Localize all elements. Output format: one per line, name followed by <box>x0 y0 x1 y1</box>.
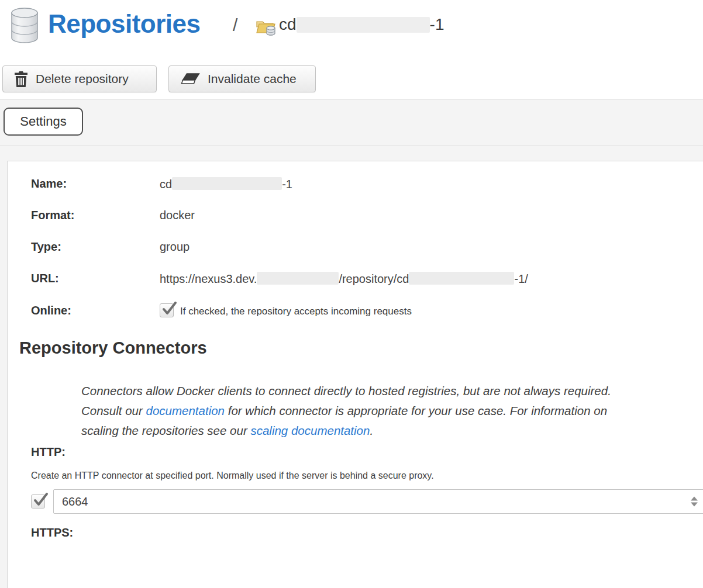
name-value: cd-1 <box>160 177 292 191</box>
connectors-intro-text: Connectors allow Docker clients to conne… <box>81 381 638 441</box>
format-value: docker <box>160 209 195 222</box>
http-enabled-checkbox[interactable] <box>31 494 45 509</box>
documentation-link[interactable]: documentation <box>146 404 225 417</box>
breadcrumb-repo-name: cd-1 <box>279 15 444 34</box>
eraser-icon <box>180 73 200 85</box>
stepper-up-icon[interactable] <box>691 497 698 501</box>
online-checkbox[interactable] <box>160 303 174 317</box>
repository-settings-screen: Repositories / cd-1 Delete repository <box>0 0 703 588</box>
online-label: Online: <box>31 304 160 317</box>
http-port-field-wrap <box>53 489 703 514</box>
delete-repository-label: Delete repository <box>36 72 129 86</box>
form-row-online: Online: If checked, the repository accep… <box>31 303 703 317</box>
repository-connectors-heading: Repository Connectors <box>19 338 703 358</box>
tab-settings-label: Settings <box>20 114 67 129</box>
check-icon <box>33 492 49 508</box>
url-label: URL: <box>31 272 160 285</box>
scaling-documentation-link[interactable]: scaling documentation <box>250 424 370 437</box>
trash-icon <box>14 71 28 87</box>
form-row-name: Name: cd-1 <box>31 177 703 191</box>
http-connector-label: HTTP: <box>31 445 703 459</box>
url-value: https://nexus3.dev./repository/cd-1/ <box>160 272 528 286</box>
stepper-down-icon[interactable] <box>691 503 698 507</box>
content-area: Name: cd-1 Format: docker Type: group UR… <box>0 146 703 588</box>
tab-settings[interactable]: Settings <box>4 108 83 136</box>
redacted-text <box>409 272 514 285</box>
redacted-text <box>297 17 430 33</box>
type-value: group <box>160 240 189 254</box>
https-connector-label: HTTPS: <box>31 526 703 539</box>
type-label: Type: <box>31 240 160 254</box>
check-icon <box>161 300 178 317</box>
form-row-type: Type: group <box>31 240 703 254</box>
form-row-url: URL: https://nexus3.dev./repository/cd-1… <box>31 272 703 286</box>
format-label: Format: <box>31 209 160 222</box>
settings-panel: Name: cd-1 Format: docker Type: group UR… <box>7 161 703 588</box>
breadcrumb-separator: / <box>233 15 237 35</box>
redacted-text <box>257 272 339 285</box>
online-help-text: If checked, the repository accepts incom… <box>180 304 412 317</box>
form-row-format: Format: docker <box>31 209 703 223</box>
delete-repository-button[interactable]: Delete repository <box>2 65 157 92</box>
database-icon <box>9 8 40 44</box>
breadcrumb-repositories-link[interactable]: Repositories <box>48 9 201 39</box>
redacted-text <box>172 177 282 190</box>
number-stepper[interactable] <box>691 497 698 507</box>
tab-strip: Settings <box>0 99 703 146</box>
repository-folder-icon <box>256 18 277 37</box>
repository-summary-form: Name: cd-1 Format: docker Type: group UR… <box>8 161 703 317</box>
invalidate-cache-button[interactable]: Invalidate cache <box>168 65 316 92</box>
http-port-row <box>31 489 703 514</box>
name-label: Name: <box>31 177 160 191</box>
http-connector-help: Create an HTTP connector at specified po… <box>31 471 703 481</box>
invalidate-cache-label: Invalidate cache <box>208 72 297 86</box>
http-port-input[interactable] <box>53 489 703 514</box>
